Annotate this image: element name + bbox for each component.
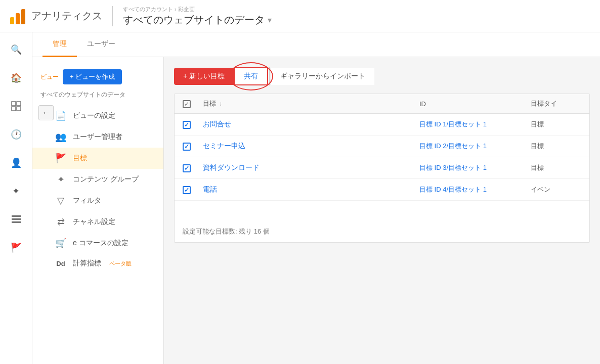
table-row: 電話 目標 ID 4/目標セット 1 イベン: [175, 179, 589, 201]
row-checkbox[interactable]: [183, 121, 191, 129]
header-goal-cell: 目標 ↓: [203, 99, 419, 108]
row-checkbox[interactable]: [183, 186, 191, 194]
content-groups-icon: ✦: [55, 174, 67, 185]
header-id-cell: ID: [419, 100, 531, 108]
goal-link[interactable]: セミナー申込: [203, 142, 245, 151]
svg-rect-1: [17, 102, 21, 106]
sidebar-item-search[interactable]: 🔍: [4, 37, 28, 62]
nav-item-content-groups[interactable]: ✦ コンテンツ グループ: [32, 169, 163, 190]
row-goal-cell: お問合せ: [203, 120, 419, 129]
row-id-cell: 目標 ID 2/目標セット 1: [419, 142, 531, 151]
row-type-cell: 目標: [531, 163, 581, 172]
property-name-text: すべてのウェブサイトのデータ: [123, 13, 265, 27]
tab-user[interactable]: ユーザー: [77, 32, 125, 57]
header-divider: [112, 6, 113, 26]
nav-view-name: すべてのウェブサイトのデータ: [32, 88, 163, 105]
sidebar-item-home[interactable]: 🏠: [4, 66, 28, 90]
row-checkbox-cell: [183, 164, 203, 172]
sort-icon[interactable]: ↓: [219, 100, 222, 107]
header: アナリティクス すべてのアカウント › 彩企画 すべてのウェブサイトのデータ ▾: [0, 0, 600, 32]
filters-icon: ▽: [55, 195, 67, 206]
new-goal-button[interactable]: + 新しい目標: [174, 68, 234, 85]
goal-type-text: 目標: [531, 142, 544, 150]
goal-link[interactable]: お問合せ: [203, 120, 231, 129]
goal-type-text: 目標: [531, 164, 544, 171]
nav-item-channel-settings[interactable]: ⇄ チャネル設定: [32, 211, 163, 233]
sidebar-item-realtime[interactable]: 🕐: [4, 122, 28, 147]
sidebar-item-reports[interactable]: [4, 94, 28, 118]
beta-badge: ベータ版: [109, 260, 132, 267]
row-id-cell: 目標 ID 4/目標セット 1: [419, 185, 531, 194]
header-type-label: 目標タイ: [531, 100, 557, 107]
table-footer: 設定可能な目標数: 残り 16 個: [175, 221, 589, 242]
calculated-metrics-icon: Dd: [55, 260, 67, 267]
goal-link[interactable]: 電話: [203, 185, 217, 194]
goal-type-text: 目標: [531, 120, 544, 128]
import-button[interactable]: ギャラリーからインポート: [271, 68, 374, 85]
row-id-cell: 目標 ID 3/目標セット 1: [419, 163, 531, 172]
svg-rect-0: [12, 102, 16, 106]
table-row: お問合せ 目標 ID 1/目標セット 1 目標: [175, 114, 589, 135]
nav-item-calculated-metrics[interactable]: Dd 計算指標 ベータ版: [32, 254, 163, 273]
logo-area: アナリティクス: [10, 8, 102, 24]
goal-type-text: イベン: [531, 186, 550, 193]
goal-id-text: 目標 ID 1/目標セット 1: [419, 120, 487, 128]
share-button[interactable]: 共有: [234, 67, 268, 85]
nav-item-user-management[interactable]: 👥 ユーザー管理者: [32, 126, 163, 148]
channel-settings-icon: ⇄: [55, 216, 67, 228]
header-checkbox[interactable]: [183, 100, 191, 108]
nav-item-goals-label: 目標: [73, 154, 87, 163]
sidebar-item-admin[interactable]: 🚩: [4, 236, 28, 260]
header-goal-label: 目標: [203, 99, 216, 108]
row-id-cell: 目標 ID 1/目標セット 1: [419, 120, 531, 129]
nav-item-view-settings-label: ビューの設定: [73, 111, 115, 120]
goal-id-text: 目標 ID 2/目標セット 1: [419, 142, 487, 150]
nav-section-label: ビュー: [40, 73, 59, 81]
row-goal-cell: 電話: [203, 185, 419, 194]
nav-item-ecommerce-label: e コマースの設定: [73, 239, 128, 248]
goal-id-text: 目標 ID 3/目標セット 1: [419, 164, 487, 171]
nav-item-user-management-label: ユーザー管理者: [73, 132, 122, 142]
inner-content: ビュー + ビューを作成 すべてのウェブサイトのデータ ← 📄 ビューの設定 👥…: [32, 57, 600, 364]
property-selector[interactable]: すべてのウェブサイトのデータ ▾: [123, 13, 272, 27]
svg-rect-5: [12, 218, 21, 220]
row-type-cell: 目標: [531, 120, 581, 129]
nav-item-view-settings[interactable]: 📄 ビューの設定: [32, 105, 163, 126]
share-btn-wrapper: 共有: [234, 67, 268, 85]
ecommerce-icon: 🛒: [55, 238, 67, 249]
create-view-button[interactable]: + ビューを作成: [63, 69, 122, 84]
row-checkbox[interactable]: [183, 143, 191, 151]
nav-item-goals[interactable]: 🚩 目標: [32, 148, 163, 169]
svg-rect-2: [12, 107, 16, 111]
app-title: アナリティクス: [31, 9, 102, 23]
row-checkbox[interactable]: [183, 164, 191, 172]
goal-link[interactable]: 資料ダウンロード: [203, 163, 260, 172]
sidebar-item-acquisition[interactable]: ✦: [4, 179, 28, 203]
property-dropdown-icon: ▾: [268, 15, 272, 25]
nav-item-filters-label: フィルタ: [73, 196, 101, 205]
header-property: すべてのアカウント › 彩企画 すべてのウェブサイトのデータ ▾: [123, 6, 272, 27]
goals-icon: 🚩: [55, 153, 67, 164]
nav-section-header: ビュー + ビューを作成: [32, 65, 163, 88]
tabs: 管理 ユーザー: [32, 32, 600, 57]
tab-manage[interactable]: 管理: [42, 32, 77, 57]
sidebar-item-audience[interactable]: 👤: [4, 151, 28, 175]
main-layout: 🔍 🏠 🕐 👤 ✦ 🚩 管理 ユーザー ビュー + ビューを作成: [0, 32, 600, 364]
row-type-cell: イベン: [531, 185, 581, 194]
nav-sidebar: ビュー + ビューを作成 すべてのウェブサイトのデータ ← 📄 ビューの設定 👥…: [32, 57, 164, 364]
nav-item-ecommerce[interactable]: 🛒 e コマースの設定: [32, 233, 163, 254]
main-panel: + 新しい目標 共有 ギャラリーからインポート: [164, 57, 600, 364]
toolbar-separator: [269, 67, 270, 85]
nav-item-content-groups-label: コンテンツ グループ: [73, 175, 139, 184]
breadcrumb: すべてのアカウント › 彩企画: [123, 6, 272, 13]
svg-rect-4: [12, 215, 21, 217]
goal-id-text: 目標 ID 4/目標セット 1: [419, 186, 487, 193]
goals-table: 目標 ↓ ID 目標タイ: [174, 94, 590, 243]
header-type-cell: 目標タイ: [531, 99, 581, 108]
content-area: 管理 ユーザー ビュー + ビューを作成 すべてのウェブサイトのデータ ← 📄: [32, 32, 600, 364]
table-spacer: [175, 201, 589, 221]
sidebar-item-customize[interactable]: [4, 207, 28, 232]
row-checkbox-cell: [183, 120, 203, 129]
toolbar: + 新しい目標 共有 ギャラリーからインポート: [174, 67, 590, 85]
nav-item-filters[interactable]: ▽ フィルタ: [32, 190, 163, 211]
